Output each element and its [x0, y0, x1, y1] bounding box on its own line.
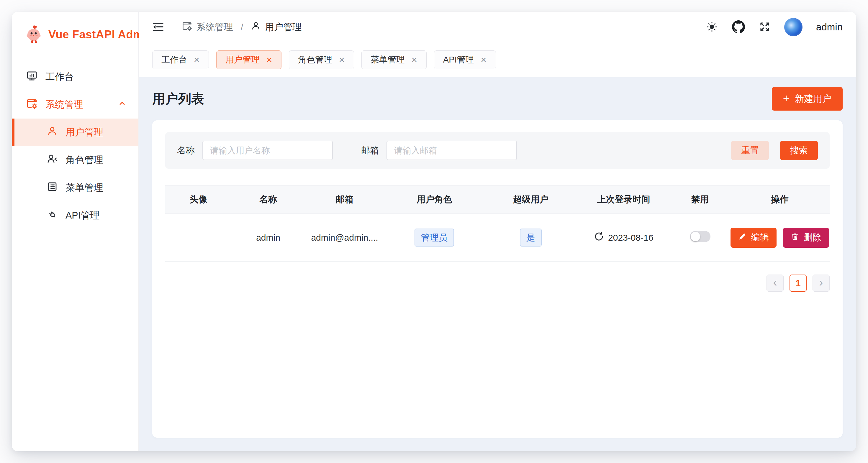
breadcrumb: 系统管理 / 用户管理 — [182, 21, 302, 34]
reset-button[interactable]: 重置 — [731, 141, 769, 160]
sidebar-item-label: 菜单管理 — [65, 181, 103, 194]
trash-icon — [791, 232, 799, 243]
disabled-toggle[interactable] — [690, 231, 710, 242]
sidebar-item-role-management[interactable]: 角色管理 — [12, 146, 138, 174]
sidebar-submenu: 用户管理 角色管理 — [12, 119, 138, 229]
cell-last-login: 2023-08-16 — [577, 214, 670, 262]
breadcrumb-user-management[interactable]: 用户管理 — [251, 21, 302, 33]
search-button[interactable]: 搜索 — [780, 141, 818, 160]
column-actions: 操作 — [730, 186, 830, 214]
cell-actions: 编辑 删 — [730, 214, 830, 262]
tab-role-management[interactable]: 角色管理 ✕ — [289, 51, 354, 69]
github-button[interactable] — [732, 20, 745, 34]
sidebar-item-menu-management[interactable]: 菜单管理 — [12, 174, 138, 202]
toggle-knob — [691, 232, 700, 241]
column-superuser: 超级用户 — [484, 186, 577, 214]
sidebar-item-api-management[interactable]: API管理 — [12, 202, 138, 229]
column-name: 名称 — [231, 186, 305, 214]
delete-button-label: 删除 — [804, 232, 822, 243]
tab-menu-management[interactable]: 菜单管理 ✕ — [362, 51, 427, 69]
tab-label: 工作台 — [161, 54, 187, 66]
pagination: ‹ 1 › — [165, 274, 830, 292]
name-filter-label: 名称 — [177, 144, 195, 157]
system-gear-icon — [26, 98, 38, 112]
close-icon[interactable]: ✕ — [266, 56, 272, 64]
avatar[interactable] — [784, 18, 803, 36]
edit-button[interactable]: 编辑 — [731, 228, 777, 248]
system-gear-icon — [182, 21, 192, 34]
sidebar-menu: 工作台 系统管理 — [12, 63, 138, 229]
chevron-up-icon — [118, 99, 127, 110]
user-list-card: 名称 邮箱 重置 搜索 — [152, 120, 843, 438]
tab-label: 用户管理 — [225, 54, 260, 66]
sidebar-item-label: 角色管理 — [65, 154, 103, 167]
breadcrumb-system[interactable]: 系统管理 — [182, 21, 233, 34]
table-header-row: 头像 名称 邮箱 用户角色 超级用户 上次登录时间 禁用 操作 — [165, 186, 830, 214]
cell-email: admin@admin.... — [305, 214, 384, 262]
breadcrumb-separator: / — [240, 22, 244, 32]
user-icon — [251, 21, 261, 33]
delete-button[interactable]: 删除 — [783, 228, 829, 248]
github-icon — [732, 20, 745, 34]
app-title: Vue FastAPI Admin — [49, 28, 153, 41]
tab-api-management[interactable]: API管理 ✕ — [434, 51, 496, 69]
column-avatar: 头像 — [165, 186, 231, 214]
api-plug-icon — [46, 209, 58, 222]
page-header: 用户列表 + 新建用户 — [152, 77, 843, 120]
app-window: Vue FastAPI Admin 工作台 — [12, 12, 856, 451]
cell-role: 管理员 — [384, 214, 484, 262]
close-icon[interactable]: ✕ — [193, 56, 200, 64]
cell-superuser: 是 — [484, 214, 577, 262]
sidebar-item-workbench[interactable]: 工作台 — [12, 63, 138, 91]
name-filter-input[interactable] — [203, 141, 333, 160]
cell-name: admin — [231, 214, 305, 262]
menu-list-icon — [46, 181, 58, 195]
chevron-left-icon: ‹ — [773, 276, 777, 288]
topbar-right: admin — [706, 18, 843, 36]
main-area: 系统管理 / 用户管理 — [139, 12, 856, 451]
last-login-value: 2023-08-16 — [608, 233, 653, 243]
sidebar-item-label: 系统管理 — [45, 98, 110, 111]
superuser-tag: 是 — [520, 229, 542, 247]
user-icon — [46, 126, 58, 139]
tab-workbench[interactable]: 工作台 ✕ — [152, 51, 209, 69]
fullscreen-expand-icon — [759, 21, 771, 34]
page-title: 用户列表 — [152, 90, 204, 108]
pagination-next-button[interactable]: › — [812, 274, 830, 292]
username[interactable]: admin — [816, 22, 843, 33]
close-icon[interactable]: ✕ — [480, 56, 487, 64]
user-table: 头像 名称 邮箱 用户角色 超级用户 上次登录时间 禁用 操作 — [165, 185, 830, 262]
topbar: 系统管理 / 用户管理 — [139, 12, 856, 42]
chevron-right-icon: › — [819, 276, 823, 288]
tab-label: 菜单管理 — [371, 54, 405, 66]
app-logo[interactable]: Vue FastAPI Admin — [12, 12, 138, 45]
sidebar-item-label: 用户管理 — [65, 126, 103, 139]
column-disabled: 禁用 — [670, 186, 730, 214]
tab-label: 角色管理 — [298, 54, 332, 66]
sidebar: Vue FastAPI Admin 工作台 — [12, 12, 139, 451]
edit-button-label: 编辑 — [751, 232, 769, 243]
collapse-sidebar-button[interactable] — [152, 20, 165, 34]
sidebar-item-label: 工作台 — [45, 70, 127, 84]
tab-user-management[interactable]: 用户管理 ✕ — [216, 51, 281, 69]
sidebar-item-label: API管理 — [65, 209, 100, 222]
email-filter-input[interactable] — [386, 141, 517, 160]
fullscreen-button[interactable] — [759, 21, 771, 34]
close-icon[interactable]: ✕ — [411, 56, 417, 64]
pagination-page-1[interactable]: 1 — [789, 274, 807, 292]
close-icon[interactable]: ✕ — [339, 56, 345, 64]
pencil-icon — [738, 232, 746, 243]
sun-icon — [706, 21, 718, 34]
new-user-button[interactable]: + 新建用户 — [772, 87, 843, 110]
role-tag: 管理员 — [414, 229, 454, 247]
pagination-prev-button[interactable]: ‹ — [767, 274, 784, 292]
sidebar-item-user-management[interactable]: 用户管理 — [12, 119, 138, 146]
sidebar-item-system[interactable]: 系统管理 — [12, 91, 138, 119]
role-icon — [46, 153, 58, 167]
tab-label: API管理 — [443, 54, 474, 66]
email-filter-label: 邮箱 — [361, 144, 379, 157]
filter-bar: 名称 邮箱 重置 搜索 — [165, 132, 830, 169]
theme-toggle-button[interactable] — [706, 21, 718, 34]
plus-icon: + — [783, 93, 789, 104]
column-last-login: 上次登录时间 — [577, 186, 670, 214]
